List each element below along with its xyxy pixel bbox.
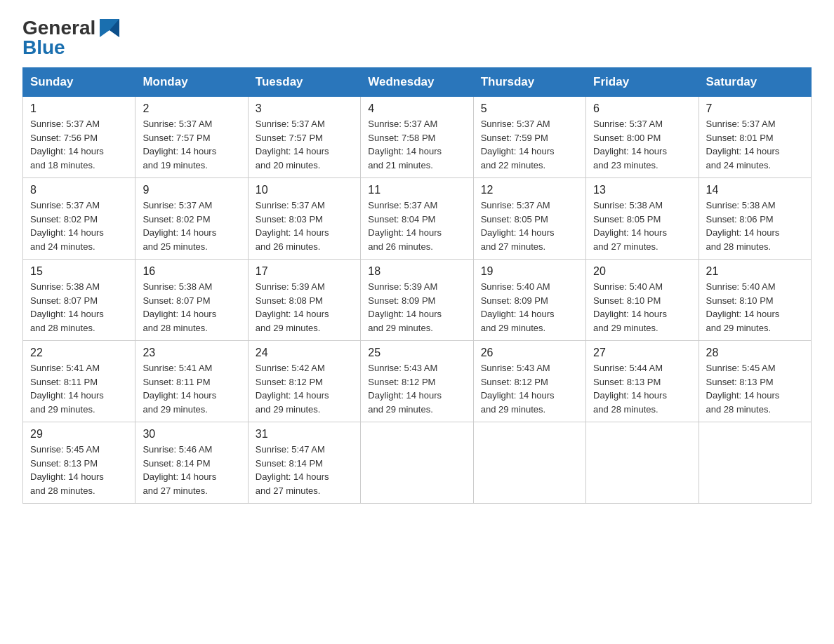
calendar-cell: 2 Sunrise: 5:37 AMSunset: 7:57 PMDayligh… bbox=[135, 97, 248, 178]
calendar-cell: 11 Sunrise: 5:37 AMSunset: 8:04 PMDaylig… bbox=[361, 178, 473, 260]
day-info: Sunrise: 5:37 AMSunset: 8:01 PMDaylight:… bbox=[706, 119, 780, 170]
calendar-cell: 17 Sunrise: 5:39 AMSunset: 8:08 PMDaylig… bbox=[248, 260, 360, 341]
day-number: 9 bbox=[143, 184, 240, 196]
calendar-week-row: 8 Sunrise: 5:37 AMSunset: 8:02 PMDayligh… bbox=[23, 178, 812, 260]
weekday-header-friday: Friday bbox=[586, 68, 699, 97]
calendar-cell: 3 Sunrise: 5:37 AMSunset: 7:57 PMDayligh… bbox=[248, 97, 360, 178]
day-number: 21 bbox=[706, 265, 804, 278]
calendar-cell: 21 Sunrise: 5:40 AMSunset: 8:10 PMDaylig… bbox=[699, 260, 811, 341]
day-number: 6 bbox=[593, 102, 691, 115]
calendar-cell: 14 Sunrise: 5:38 AMSunset: 8:06 PMDaylig… bbox=[699, 178, 811, 260]
calendar-cell: 28 Sunrise: 5:45 AMSunset: 8:13 PMDaylig… bbox=[699, 341, 811, 422]
day-info: Sunrise: 5:42 AMSunset: 8:12 PMDaylight:… bbox=[256, 363, 329, 415]
day-info: Sunrise: 5:38 AMSunset: 8:06 PMDaylight:… bbox=[706, 200, 780, 252]
calendar-table: SundayMondayTuesdayWednesdayThursdayFrid… bbox=[22, 67, 812, 504]
day-info: Sunrise: 5:37 AMSunset: 7:57 PMDaylight:… bbox=[143, 119, 216, 170]
day-number: 14 bbox=[706, 184, 804, 196]
day-info: Sunrise: 5:40 AMSunset: 8:09 PMDaylight:… bbox=[481, 281, 555, 333]
calendar-cell bbox=[699, 422, 811, 504]
day-number: 26 bbox=[481, 347, 578, 359]
weekday-header-tuesday: Tuesday bbox=[248, 68, 360, 97]
page-header: General Blue bbox=[22, 17, 812, 59]
calendar-week-row: 1 Sunrise: 5:37 AMSunset: 7:56 PMDayligh… bbox=[23, 97, 812, 178]
calendar-cell bbox=[361, 422, 473, 504]
day-number: 1 bbox=[30, 102, 128, 115]
logo-icon bbox=[98, 19, 121, 37]
day-info: Sunrise: 5:43 AMSunset: 8:12 PMDaylight:… bbox=[368, 363, 442, 415]
calendar-cell bbox=[473, 422, 585, 504]
logo: General Blue bbox=[22, 17, 121, 59]
day-info: Sunrise: 5:37 AMSunset: 7:59 PMDaylight:… bbox=[481, 119, 555, 170]
day-number: 11 bbox=[368, 184, 465, 196]
day-number: 17 bbox=[256, 265, 353, 278]
day-info: Sunrise: 5:40 AMSunset: 8:10 PMDaylight:… bbox=[593, 281, 667, 333]
day-number: 18 bbox=[368, 265, 465, 278]
calendar-cell: 20 Sunrise: 5:40 AMSunset: 8:10 PMDaylig… bbox=[586, 260, 699, 341]
logo-blue-text: Blue bbox=[22, 36, 65, 59]
day-info: Sunrise: 5:37 AMSunset: 8:05 PMDaylight:… bbox=[481, 200, 555, 252]
day-info: Sunrise: 5:38 AMSunset: 8:07 PMDaylight:… bbox=[30, 281, 104, 333]
calendar-cell: 19 Sunrise: 5:40 AMSunset: 8:09 PMDaylig… bbox=[473, 260, 585, 341]
day-info: Sunrise: 5:37 AMSunset: 8:00 PMDaylight:… bbox=[593, 119, 667, 170]
calendar-cell: 4 Sunrise: 5:37 AMSunset: 7:58 PMDayligh… bbox=[361, 97, 473, 178]
calendar-cell: 5 Sunrise: 5:37 AMSunset: 7:59 PMDayligh… bbox=[473, 97, 585, 178]
day-number: 15 bbox=[30, 265, 128, 278]
day-number: 27 bbox=[593, 347, 691, 359]
day-info: Sunrise: 5:37 AMSunset: 8:04 PMDaylight:… bbox=[368, 200, 442, 252]
calendar-cell: 30 Sunrise: 5:46 AMSunset: 8:14 PMDaylig… bbox=[135, 422, 248, 504]
calendar-cell: 10 Sunrise: 5:37 AMSunset: 8:03 PMDaylig… bbox=[248, 178, 360, 260]
calendar-cell: 23 Sunrise: 5:41 AMSunset: 8:11 PMDaylig… bbox=[135, 341, 248, 422]
day-info: Sunrise: 5:41 AMSunset: 8:11 PMDaylight:… bbox=[143, 363, 216, 415]
day-info: Sunrise: 5:38 AMSunset: 8:07 PMDaylight:… bbox=[143, 281, 216, 333]
calendar-cell: 7 Sunrise: 5:37 AMSunset: 8:01 PMDayligh… bbox=[699, 97, 811, 178]
weekday-header-row: SundayMondayTuesdayWednesdayThursdayFrid… bbox=[23, 68, 812, 97]
day-info: Sunrise: 5:39 AMSunset: 8:09 PMDaylight:… bbox=[368, 281, 442, 333]
calendar-cell bbox=[586, 422, 699, 504]
calendar-cell: 8 Sunrise: 5:37 AMSunset: 8:02 PMDayligh… bbox=[23, 178, 135, 260]
day-info: Sunrise: 5:37 AMSunset: 7:57 PMDaylight:… bbox=[256, 119, 329, 170]
day-number: 4 bbox=[368, 102, 465, 115]
calendar-cell: 1 Sunrise: 5:37 AMSunset: 7:56 PMDayligh… bbox=[23, 97, 135, 178]
weekday-header-saturday: Saturday bbox=[699, 68, 811, 97]
day-info: Sunrise: 5:37 AMSunset: 8:02 PMDaylight:… bbox=[30, 200, 104, 252]
day-info: Sunrise: 5:46 AMSunset: 8:14 PMDaylight:… bbox=[143, 444, 216, 496]
day-number: 30 bbox=[143, 428, 240, 441]
calendar-cell: 9 Sunrise: 5:37 AMSunset: 8:02 PMDayligh… bbox=[135, 178, 248, 260]
calendar-cell: 12 Sunrise: 5:37 AMSunset: 8:05 PMDaylig… bbox=[473, 178, 585, 260]
day-number: 13 bbox=[593, 184, 691, 196]
day-number: 31 bbox=[256, 428, 353, 441]
calendar-cell: 25 Sunrise: 5:43 AMSunset: 8:12 PMDaylig… bbox=[361, 341, 473, 422]
day-number: 29 bbox=[30, 428, 128, 441]
day-info: Sunrise: 5:45 AMSunset: 8:13 PMDaylight:… bbox=[706, 363, 780, 415]
day-info: Sunrise: 5:39 AMSunset: 8:08 PMDaylight:… bbox=[256, 281, 329, 333]
weekday-header-thursday: Thursday bbox=[473, 68, 585, 97]
weekday-header-monday: Monday bbox=[135, 68, 248, 97]
weekday-header-wednesday: Wednesday bbox=[361, 68, 473, 97]
day-number: 28 bbox=[706, 347, 804, 359]
day-number: 25 bbox=[368, 347, 465, 359]
day-info: Sunrise: 5:47 AMSunset: 8:14 PMDaylight:… bbox=[256, 444, 329, 496]
day-number: 22 bbox=[30, 347, 128, 359]
day-info: Sunrise: 5:43 AMSunset: 8:12 PMDaylight:… bbox=[481, 363, 555, 415]
day-number: 20 bbox=[593, 265, 691, 278]
day-number: 7 bbox=[706, 102, 804, 115]
calendar-cell: 29 Sunrise: 5:45 AMSunset: 8:13 PMDaylig… bbox=[23, 422, 135, 504]
calendar-cell: 18 Sunrise: 5:39 AMSunset: 8:09 PMDaylig… bbox=[361, 260, 473, 341]
calendar-cell: 24 Sunrise: 5:42 AMSunset: 8:12 PMDaylig… bbox=[248, 341, 360, 422]
day-number: 10 bbox=[256, 184, 353, 196]
calendar-cell: 27 Sunrise: 5:44 AMSunset: 8:13 PMDaylig… bbox=[586, 341, 699, 422]
day-info: Sunrise: 5:40 AMSunset: 8:10 PMDaylight:… bbox=[706, 281, 780, 333]
day-number: 2 bbox=[143, 102, 240, 115]
day-info: Sunrise: 5:38 AMSunset: 8:05 PMDaylight:… bbox=[593, 200, 667, 252]
day-info: Sunrise: 5:44 AMSunset: 8:13 PMDaylight:… bbox=[593, 363, 667, 415]
day-info: Sunrise: 5:45 AMSunset: 8:13 PMDaylight:… bbox=[30, 444, 104, 496]
weekday-header-sunday: Sunday bbox=[23, 68, 135, 97]
calendar-cell: 13 Sunrise: 5:38 AMSunset: 8:05 PMDaylig… bbox=[586, 178, 699, 260]
day-number: 16 bbox=[143, 265, 240, 278]
calendar-cell: 15 Sunrise: 5:38 AMSunset: 8:07 PMDaylig… bbox=[23, 260, 135, 341]
calendar-cell: 31 Sunrise: 5:47 AMSunset: 8:14 PMDaylig… bbox=[248, 422, 360, 504]
calendar-cell: 6 Sunrise: 5:37 AMSunset: 8:00 PMDayligh… bbox=[586, 97, 699, 178]
day-number: 5 bbox=[481, 102, 578, 115]
day-number: 8 bbox=[30, 184, 128, 196]
day-number: 24 bbox=[256, 347, 353, 359]
